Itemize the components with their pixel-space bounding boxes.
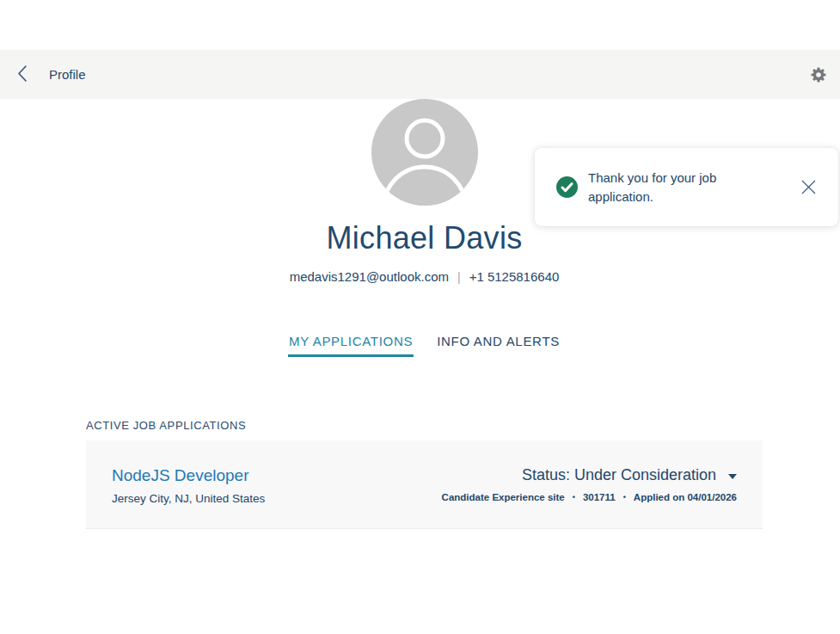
application-card-left: NodeJS Developer Jersey City, NJ, United…	[112, 466, 265, 505]
requisition-number: 301711	[583, 492, 616, 502]
contact-separator: |	[457, 270, 461, 284]
application-card: NodeJS Developer Jersey City, NJ, United…	[86, 440, 763, 529]
tabs: MY APPLICATIONS INFO AND ALERTS	[86, 334, 763, 357]
site-name: Candidate Experience site	[442, 492, 565, 502]
applied-date: Applied on 04/01/2026	[634, 492, 737, 502]
toast-notification: Thank you for your job application.	[535, 148, 838, 226]
contact-row: medavis1291@outlook.com | +1 5125816640	[86, 269, 763, 284]
active-applications-section-label: ACTIVE JOB APPLICATIONS	[86, 419, 763, 432]
tab-info-and-alerts[interactable]: INFO AND ALERTS	[436, 334, 561, 357]
caret-down-icon	[728, 474, 737, 479]
avatar	[371, 99, 478, 206]
status-dropdown[interactable]: Status: Under Consideration	[522, 466, 737, 484]
job-location: Jersey City, NJ, United States	[112, 492, 265, 505]
status-label: Status: Under Consideration	[522, 466, 716, 484]
check-circle-icon	[556, 176, 578, 198]
email-text: medavis1291@outlook.com	[290, 269, 449, 284]
job-title-link[interactable]: NodeJS Developer	[112, 466, 248, 485]
chevron-left-icon	[16, 65, 28, 85]
gear-icon	[810, 73, 827, 86]
page-header: Profile	[0, 50, 840, 99]
close-icon	[800, 186, 818, 199]
settings-button[interactable]	[806, 63, 831, 87]
page-title: Profile	[49, 67, 86, 82]
back-button[interactable]	[16, 64, 39, 86]
phone-text: +1 5125816640	[469, 269, 560, 284]
application-meta: Candidate Experience site • 301711 • App…	[442, 492, 737, 502]
tab-my-applications[interactable]: MY APPLICATIONS	[288, 334, 414, 357]
dot-separator: •	[623, 493, 626, 502]
dot-separator: •	[573, 493, 575, 502]
toast-close-button[interactable]	[794, 173, 823, 201]
toast-message: Thank you for your job application.	[588, 169, 745, 206]
application-card-right: Status: Under Consideration Candidate Ex…	[442, 466, 737, 502]
top-whitespace	[0, 0, 840, 50]
